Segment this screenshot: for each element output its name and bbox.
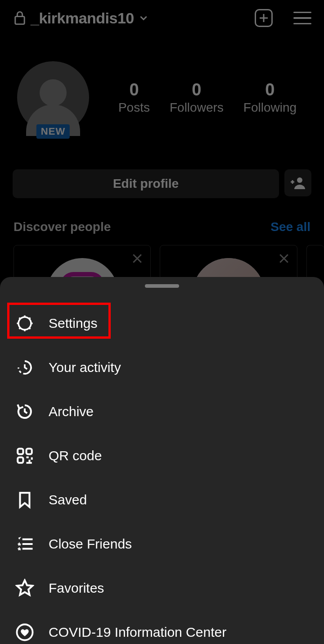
- new-badge: NEW: [36, 124, 70, 139]
- svg-rect-7: [27, 449, 32, 454]
- archive-icon: [15, 402, 34, 421]
- posts-count: 0: [118, 80, 150, 100]
- sheet-item-label: QR code: [49, 448, 102, 463]
- close-friends-icon: [15, 535, 34, 553]
- followers-label: Followers: [170, 100, 224, 115]
- sheet-item-label: Saved: [49, 492, 87, 508]
- posts-label: Posts: [118, 100, 150, 115]
- lock-icon: [14, 10, 26, 26]
- sheet-item-label: Your activity: [49, 360, 121, 375]
- bookmark-icon: [15, 490, 34, 509]
- activity-icon: [15, 358, 34, 377]
- stats: 0 Posts 0 Followers 0 Following: [104, 80, 310, 115]
- plus-icon: [259, 13, 269, 23]
- menu-button[interactable]: [293, 12, 311, 25]
- menu-icon: [293, 12, 311, 14]
- stat-following[interactable]: 0 Following: [243, 80, 297, 115]
- bottom-sheet: Settings Your activity Archive: [0, 277, 324, 644]
- sheet-item-label: Favorites: [49, 581, 104, 596]
- close-icon[interactable]: [277, 252, 291, 265]
- qr-icon: [15, 446, 34, 465]
- stat-posts[interactable]: 0 Posts: [118, 80, 150, 115]
- create-button[interactable]: [255, 9, 273, 27]
- svg-point-5: [18, 317, 31, 330]
- stat-followers[interactable]: 0 Followers: [170, 80, 224, 115]
- followers-count: 0: [170, 80, 224, 100]
- star-icon: [15, 579, 34, 598]
- sheet-item-close-friends[interactable]: Close Friends: [0, 522, 324, 566]
- svg-point-1: [297, 177, 302, 183]
- following-count: 0: [243, 80, 297, 100]
- gear-icon: [15, 314, 34, 333]
- sheet-handle[interactable]: [145, 284, 179, 288]
- heart-circle-icon: [15, 623, 34, 642]
- sheet-item-activity[interactable]: Your activity: [0, 345, 324, 390]
- discover-title: Discover people: [14, 220, 111, 234]
- sheet-item-label: Settings: [49, 316, 97, 331]
- sheet-item-archive[interactable]: Archive: [0, 390, 324, 434]
- svg-rect-8: [18, 458, 23, 463]
- close-icon[interactable]: [130, 252, 144, 265]
- following-label: Following: [243, 100, 297, 115]
- add-person-icon: [291, 177, 305, 189]
- sheet-item-label: Close Friends: [49, 536, 132, 552]
- see-all-link[interactable]: See all: [270, 220, 310, 234]
- sheet-item-favorites[interactable]: Favorites: [0, 566, 324, 610]
- username-dropdown[interactable]: _kirkmandis10: [14, 9, 148, 27]
- discover-header: Discover people See all: [0, 198, 324, 234]
- sheet-item-label: Archive: [49, 404, 94, 419]
- svg-rect-0: [15, 17, 24, 24]
- svg-rect-6: [18, 449, 23, 454]
- edit-profile-button[interactable]: Edit profile: [13, 169, 279, 198]
- avatar[interactable]: NEW: [17, 61, 89, 133]
- sheet-item-qr[interactable]: QR code: [0, 434, 324, 478]
- sheet-item-covid[interactable]: COVID-19 Information Center: [0, 610, 324, 644]
- username-text: _kirkmandis10: [31, 9, 134, 27]
- discover-people-toggle-button[interactable]: [284, 169, 311, 196]
- sheet-item-saved[interactable]: Saved: [0, 478, 324, 522]
- sheet-item-settings[interactable]: Settings: [0, 301, 324, 345]
- sheet-item-label: COVID-19 Information Center: [49, 625, 226, 640]
- chevron-down-icon: [139, 13, 148, 23]
- header: _kirkmandis10: [0, 0, 324, 35]
- profile-row: NEW 0 Posts 0 Followers 0 Following: [0, 35, 324, 133]
